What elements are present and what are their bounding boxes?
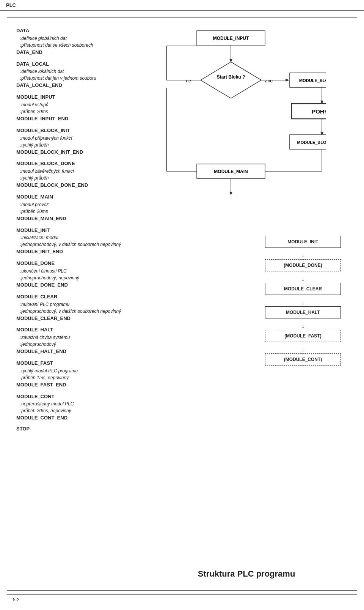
svg-text:ano: ano: [265, 78, 273, 84]
left-column: DATA :definice globálních dat :přístupno…: [16, 27, 134, 432]
module-halt-sub-2: :jednopruchodový: [16, 341, 134, 348]
bottom-boxes-container: MODULE_INIT ↓ (MODULE_DONE) ↓ MODULE_CLE…: [261, 236, 345, 370]
svg-marker-4: [201, 62, 261, 98]
bb-module-done: (MODULE_DONE): [261, 259, 345, 271]
module-done-main: MODULE_DONE: [16, 260, 134, 268]
section-module-done: MODULE_DONE :ukončení činnosti PLC :jedn…: [16, 260, 134, 289]
module-init-end: MODULE_INIT_END: [16, 248, 134, 256]
bb-arrow-2: ↓: [261, 276, 345, 282]
module-block-done-sub-1: :modul závěrečných funkcí: [16, 168, 134, 175]
bb-module-clear: MODULE_CLEAR: [261, 283, 345, 295]
module-init-sub-2: :jednopruchodový, v dalších souborech ne…: [16, 241, 134, 248]
data-local-end: DATA_LOCAL_END: [16, 82, 134, 90]
section-data-local: DATA_LOCAL :definice lokálních dat :přís…: [16, 60, 134, 90]
bb-box-module-halt: MODULE_HALT: [265, 306, 341, 318]
module-halt-end: MODULE_HALT_END: [16, 348, 134, 356]
svg-text:ne: ne: [186, 78, 191, 84]
stop-label: STOP: [16, 426, 134, 432]
module-fast-main: MODULE_FAST: [16, 359, 134, 367]
bb-arrow-1: ↓: [261, 252, 345, 259]
bb-box-module-cont: (MODULE_CONT): [265, 353, 341, 366]
module-block-init-end: MODULE_BLOCK_INIT_END: [16, 148, 134, 156]
module-fast-sub-2: :průběh 1ms, nepovinný: [16, 374, 134, 381]
svg-text:MODULE_BLOCK_DONE: MODULE_BLOCK_DONE: [297, 140, 326, 145]
struktura-section: Struktura PLC programu: [144, 569, 349, 579]
page-number: 5-2: [13, 597, 19, 602]
flowchart-svg: MODULE_INPUT Start Bloku ? ne ano MODULE…: [144, 27, 326, 221]
data-local-main: DATA_LOCAL: [16, 60, 134, 68]
bb-box-module-init: MODULE_INIT: [265, 236, 341, 248]
module-main-end: MODULE_MAIN_END: [16, 215, 134, 223]
module-main-sub-2: :průběh 20ms: [16, 208, 134, 215]
section-module-clear: MODULE_CLEAR :nulování PLC programu :jed…: [16, 293, 134, 323]
section-module-main: MODULE_MAIN :modul provoz :průběh 20ms M…: [16, 193, 134, 223]
bb-arrow-3: ↓: [261, 299, 345, 306]
module-fast-end: MODULE_FAST_END: [16, 381, 134, 389]
svg-text:POHYB: POHYB: [312, 108, 326, 115]
module-input-end: MODULE_INPUT_END: [16, 115, 134, 123]
svg-text:MODULE_MAIN: MODULE_MAIN: [214, 169, 248, 174]
data-sub-1: :definice globálních dat: [16, 35, 134, 42]
svg-text:MODULE_BLOCK_INIT: MODULE_BLOCK_INIT: [299, 78, 326, 83]
bb-module-halt: MODULE_HALT: [261, 306, 345, 318]
module-done-sub-2: :jednopruchodový, nepovinný: [16, 274, 134, 281]
section-module-cont: MODULE_CONT :nepřerušitelný modul PLC :p…: [16, 393, 134, 422]
module-done-sub-1: :ukončení činnosti PLC: [16, 268, 134, 274]
section-module-fast: MODULE_FAST :rychlý modul PLC programu :…: [16, 359, 134, 389]
section-module-init: MODULE_INIT :inicializační modul :jednop…: [16, 227, 134, 256]
module-halt-main: MODULE_HALT: [16, 326, 134, 334]
right-column: MODULE_INPUT Start Bloku ? ne ano MODULE…: [144, 27, 348, 221]
data-main-label: DATA: [16, 27, 134, 35]
module-input-main: MODULE_INPUT: [16, 93, 134, 101]
section-module-block-init: MODULE_BLOCK_INIT :modul přípravných fun…: [16, 127, 134, 156]
svg-text:Start Bloku ?: Start Bloku ?: [217, 74, 245, 80]
data-local-sub-2: :přístupnost dat jen v jednom souboru: [16, 75, 134, 82]
module-block-done-sub-2: :rychlý průběh: [16, 175, 134, 181]
module-block-init-main: MODULE_BLOCK_INIT: [16, 127, 134, 135]
bb-box-module-fast: (MODULE_FAST): [265, 330, 341, 342]
module-clear-end: MODULE_CLEAR_END: [16, 315, 134, 323]
svg-text:MODULE_INPUT: MODULE_INPUT: [213, 36, 249, 41]
module-cont-end: MODULE_CONT_END: [16, 414, 134, 422]
section-data: DATA :definice globálních dat :přístupno…: [16, 27, 134, 57]
section-module-block-done: MODULE_BLOCK_DONE :modul závěrečných fun…: [16, 160, 134, 189]
module-done-end: MODULE_DONE_END: [16, 281, 134, 289]
bb-module-init: MODULE_INIT: [261, 236, 345, 248]
module-clear-main: MODULE_CLEAR: [16, 293, 134, 301]
bb-arrow-4: ↓: [261, 323, 345, 329]
struktura-title: Struktura PLC programu: [144, 569, 349, 579]
page-footer: 5-2: [7, 594, 357, 605]
module-clear-sub-1: :nulování PLC programu: [16, 301, 134, 308]
bb-box-module-clear: MODULE_CLEAR: [265, 283, 341, 295]
bb-box-module-done: (MODULE_DONE): [265, 259, 341, 271]
module-cont-main: MODULE_CONT: [16, 393, 134, 401]
module-cont-sub-1: :nepřerušitelný modul PLC: [16, 400, 134, 407]
bb-module-fast: (MODULE_FAST): [261, 330, 345, 342]
data-end-label: DATA_END: [16, 49, 134, 57]
module-input-sub-1: :modul vstupů: [16, 101, 134, 108]
header-title: PLC: [6, 2, 16, 8]
svg-marker-29: [229, 192, 232, 195]
bb-arrow-5: ↓: [261, 347, 345, 353]
module-cont-sub-2: :průběh 20ms, nepovinný: [16, 407, 134, 414]
module-block-init-sub-2: :rychlý průběh: [16, 142, 134, 148]
page-content: DATA :definice globálních dat :přístupno…: [7, 17, 357, 591]
module-main-main: MODULE_MAIN: [16, 193, 134, 201]
data-sub-2: :přístupnost dat ve všech souborech: [16, 42, 134, 49]
module-init-main: MODULE_INIT: [16, 227, 134, 235]
module-fast-sub-1: :rychlý modul PLC programu: [16, 367, 134, 374]
data-local-sub-1: :definice lokálních dat: [16, 68, 134, 75]
module-clear-sub-2: :jednopruchodový, v dalších souborech ne…: [16, 308, 134, 315]
module-block-init-sub-1: :modul přípravných funkcí: [16, 135, 134, 142]
module-halt-sub-1: :závažná chyba systému: [16, 334, 134, 341]
section-module-halt: MODULE_HALT :závažná chyba systému :jedn…: [16, 326, 134, 356]
module-block-done-end: MODULE_BLOCK_DONE_END: [16, 181, 134, 189]
module-block-done-main: MODULE_BLOCK_DONE: [16, 160, 134, 168]
page-header: PLC: [0, 0, 364, 11]
module-init-sub-1: :inicializační modul: [16, 234, 134, 241]
module-main-sub-1: :modul provoz: [16, 201, 134, 208]
bb-module-cont: (MODULE_CONT): [261, 353, 345, 366]
svg-marker-12: [286, 79, 289, 82]
section-module-input: MODULE_INPUT :modul vstupů :průběh 20ms …: [16, 93, 134, 123]
module-input-sub-2: :průběh 20ms: [16, 108, 134, 115]
